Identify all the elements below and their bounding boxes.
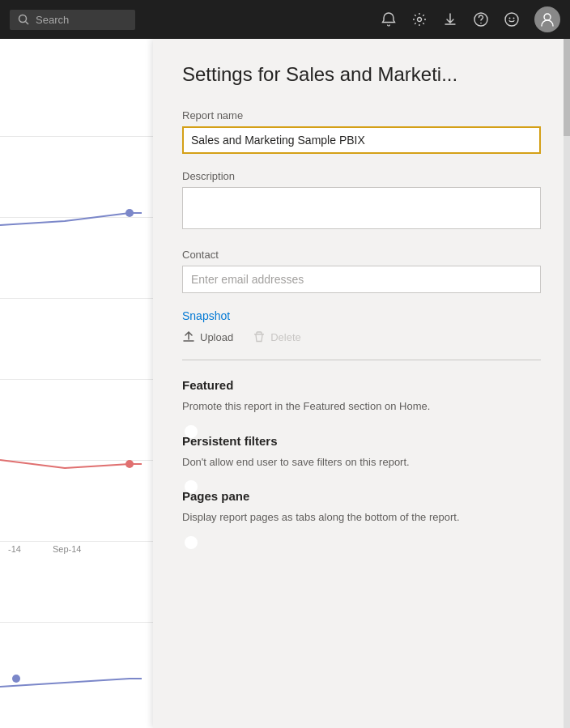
- search-text: Search: [36, 14, 69, 26]
- report-name-input[interactable]: [182, 126, 541, 154]
- contact-label: Contact: [182, 249, 541, 261]
- report-name-section: Report name: [182, 109, 541, 154]
- feedback-icon[interactable]: [504, 11, 520, 28]
- featured-title: Featured: [182, 378, 541, 392]
- chart-background: -14 Sep-14: [0, 39, 153, 728]
- report-name-label: Report name: [182, 109, 541, 121]
- topbar: Search: [0, 0, 570, 39]
- svg-point-10: [125, 460, 134, 468]
- help-icon[interactable]: [473, 11, 489, 28]
- gear-icon[interactable]: [411, 11, 428, 28]
- featured-section: Featured Promote this report in the Feat…: [182, 378, 541, 415]
- svg-point-8: [544, 14, 551, 20]
- svg-line-1: [26, 22, 29, 25]
- description-section: Description: [182, 170, 541, 232]
- delete-icon: [253, 330, 266, 343]
- chart-label-1: -14: [8, 544, 21, 554]
- description-input[interactable]: [182, 187, 541, 229]
- contact-section: Contact: [182, 249, 541, 293]
- main-area: -14 Sep-14 Settings for Sales and Market…: [0, 39, 570, 728]
- svg-point-9: [125, 209, 134, 217]
- pages-pane-title: Pages pane: [182, 489, 541, 503]
- divider: [182, 360, 541, 360]
- description-label: Description: [182, 170, 541, 182]
- pages-pane-description: Display report pages as tabs along the b…: [182, 509, 541, 526]
- svg-point-0: [19, 15, 27, 23]
- scrollbar-thumb[interactable]: [564, 39, 570, 136]
- download-icon[interactable]: [442, 11, 458, 28]
- search-box[interactable]: Search: [10, 10, 135, 30]
- search-icon: [18, 14, 29, 25]
- svg-point-2: [418, 18, 422, 22]
- settings-panel: Settings for Sales and Marketi... Report…: [153, 39, 570, 728]
- pages-pane-section: Pages pane Display report pages as tabs …: [182, 489, 541, 526]
- upload-button[interactable]: Upload: [182, 330, 233, 343]
- snapshot-label: Snapshot: [182, 309, 541, 322]
- delete-button[interactable]: Delete: [253, 330, 301, 343]
- pages-pane-toggle-thumb: [185, 536, 198, 549]
- chart-svg: [0, 39, 153, 728]
- bell-icon[interactable]: [381, 11, 397, 28]
- persistent-filters-description: Don't allow end user to save filters on …: [182, 454, 541, 470]
- topbar-icons: [381, 6, 560, 32]
- featured-toggle-thumb: [185, 425, 198, 438]
- svg-point-4: [480, 23, 482, 24]
- svg-point-6: [509, 18, 511, 19]
- avatar-icon[interactable]: [534, 6, 560, 32]
- scrollbar-track[interactable]: [564, 39, 570, 728]
- snapshot-actions: Upload Delete: [182, 330, 541, 343]
- featured-description: Promote this report in the Featured sect…: [182, 398, 541, 415]
- svg-point-7: [513, 18, 515, 19]
- contact-input[interactable]: [182, 266, 541, 293]
- svg-point-5: [505, 13, 518, 26]
- snapshot-section: Snapshot Upload Delete: [182, 309, 541, 343]
- chart-label-2: Sep-14: [53, 544, 81, 554]
- upload-icon: [182, 330, 195, 343]
- persistent-filters-section: Persistent filters Don't allow end user …: [182, 434, 541, 470]
- persistent-filters-title: Persistent filters: [182, 434, 541, 448]
- panel-title: Settings for Sales and Marketi...: [182, 62, 541, 87]
- svg-point-11: [12, 675, 20, 683]
